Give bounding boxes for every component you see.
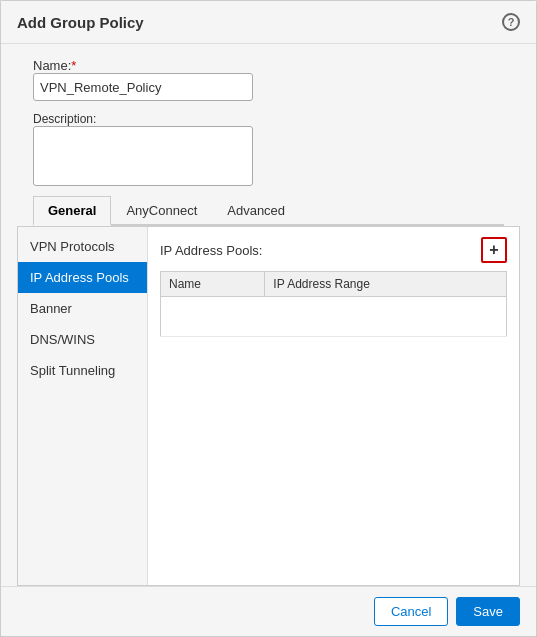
col-name: Name — [161, 272, 265, 297]
name-input[interactable] — [33, 73, 253, 101]
sidebar-item-ip-address-pools[interactable]: IP Address Pools — [18, 262, 147, 293]
tab-anyconnect[interactable]: AnyConnect — [111, 196, 212, 224]
sidebar-item-banner[interactable]: Banner — [18, 293, 147, 324]
description-input[interactable] — [33, 126, 253, 186]
table-header-row: Name IP Address Range — [161, 272, 507, 297]
dialog-footer: Cancel Save — [1, 586, 536, 636]
tab-general[interactable]: General — [33, 196, 111, 226]
dialog-title: Add Group Policy — [17, 14, 144, 31]
dialog-content-wrapper: Name:* Description: General AnyConnect A… — [1, 44, 536, 586]
panel-title: IP Address Pools: — [160, 243, 262, 258]
form-section: Name:* Description: General AnyConnect A… — [17, 44, 520, 226]
sidebar-item-dns-wins[interactable]: DNS/WINS — [18, 324, 147, 355]
main-content: VPN Protocols IP Address Pools Banner DN… — [17, 226, 520, 586]
panel-header: IP Address Pools: + — [160, 237, 507, 263]
description-label: Description: — [33, 112, 96, 126]
sidebar-item-split-tunneling[interactable]: Split Tunneling — [18, 355, 147, 386]
col-ip-range: IP Address Range — [265, 272, 507, 297]
ip-pools-table: Name IP Address Range — [160, 271, 507, 337]
table-row-empty — [161, 297, 507, 337]
cancel-button[interactable]: Cancel — [374, 597, 448, 626]
dialog-header: Add Group Policy ? — [1, 1, 536, 44]
sidebar-item-vpn-protocols[interactable]: VPN Protocols — [18, 231, 147, 262]
add-group-policy-dialog: Add Group Policy ? Name:* Description: G… — [0, 0, 537, 637]
tab-bar: General AnyConnect Advanced — [33, 196, 504, 226]
sidebar: VPN Protocols IP Address Pools Banner DN… — [18, 227, 148, 585]
name-label: Name:* — [33, 59, 76, 73]
tab-advanced[interactable]: Advanced — [212, 196, 300, 224]
description-field-container: Description: — [33, 111, 504, 186]
add-pool-button[interactable]: + — [481, 237, 507, 263]
main-panel: IP Address Pools: + Name IP Address Rang… — [148, 227, 519, 585]
save-button[interactable]: Save — [456, 597, 520, 626]
table-body — [161, 297, 507, 337]
help-icon[interactable]: ? — [502, 13, 520, 31]
name-field-container: Name:* — [33, 58, 504, 101]
